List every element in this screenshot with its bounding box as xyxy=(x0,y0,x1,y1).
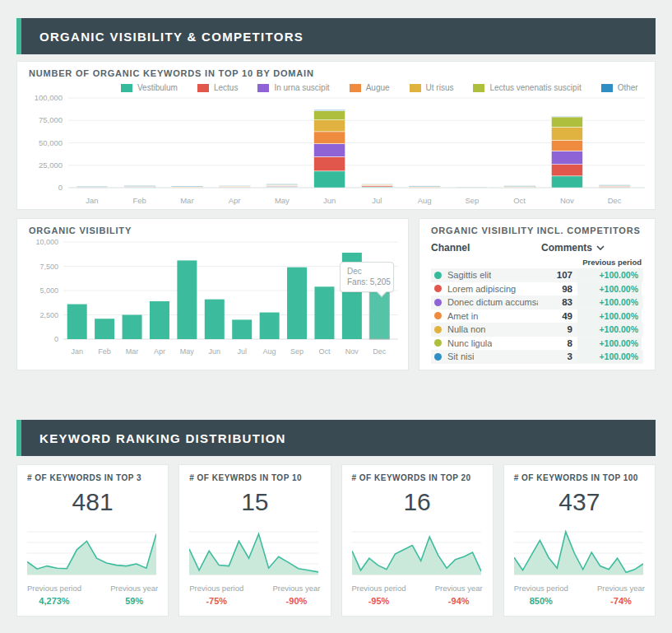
bar-segment-other-nov[interactable] xyxy=(551,116,582,117)
bar-segment-lectus-venenatis-suscipit-jun[interactable] xyxy=(314,110,345,119)
channel-color-dot xyxy=(434,285,442,292)
kpi-comparison-period: Previous period4,273% xyxy=(27,584,81,606)
comments-value: 107 xyxy=(538,270,572,280)
legend-item-in-urna-suscipit[interactable]: In urna suscipit xyxy=(257,83,329,92)
chart-tooltip: Dec Fans: 5,205 xyxy=(340,262,394,292)
kpi-sparkline xyxy=(189,524,318,578)
bar-segment-other-sep[interactable] xyxy=(456,187,488,188)
x-tick-label: Aug xyxy=(263,347,276,356)
channel-cell: Amet in xyxy=(434,311,538,321)
bar-segment-in-urna-suscipit-jun[interactable] xyxy=(314,144,345,157)
channel-cell: Nunc ligula xyxy=(434,338,538,348)
table-row-nulla-non: Nulla non9+100.00% xyxy=(431,323,643,337)
bar-segment-augue-nov[interactable] xyxy=(551,140,582,151)
x-tick-label: Jul xyxy=(237,347,247,356)
bar-feb[interactable] xyxy=(95,319,114,339)
channel-cell: Sagittis elit xyxy=(434,270,538,280)
previous-period-label: Previous period xyxy=(514,584,568,593)
table-row-sagittis-elit: Sagittis elit107+100.00% xyxy=(431,268,643,282)
table-row-amet-in: Amet in49+100.00% xyxy=(431,310,643,323)
kpi-value: 481 xyxy=(27,488,158,516)
bar-segment-ut-risus-nov[interactable] xyxy=(551,127,582,140)
visibility-bar-chart-svg: 02,5005,0007,50010,000JanFebMarAprMayJun… xyxy=(29,235,398,359)
x-tick-label: Sep xyxy=(290,347,304,356)
legend-label: Lectus venenatis suscipit xyxy=(489,83,581,92)
bar-segment-other-oct[interactable] xyxy=(504,186,535,187)
channel-name: Donec dictum accumsan xyxy=(447,297,538,307)
bar-jan[interactable] xyxy=(67,305,87,339)
bar-sep[interactable] xyxy=(287,268,307,339)
x-tick-label: Sep xyxy=(465,196,479,205)
comments-value: 49 xyxy=(538,311,572,321)
legend-swatch xyxy=(473,84,484,92)
kpi-comparison-year: Previous year-74% xyxy=(597,584,645,606)
section-header-keyword-ranking: KEYWORD RANKING DISTRIBUTION xyxy=(16,420,656,456)
kpi-sparkline xyxy=(352,524,481,578)
bar-segment-vestibulum-jun[interactable] xyxy=(314,171,345,188)
channel-cell: Lorem adipiscing xyxy=(434,284,538,294)
bar-segment-other-aug[interactable] xyxy=(409,186,440,187)
kpi-card-title: # OF KEYWRDS IN TOP 10 xyxy=(189,473,320,482)
comments-value: 83 xyxy=(538,297,572,307)
panel-keywords-by-domain: NUMBER OF ORGANIC KEYWORDS IN TOP 10 BY … xyxy=(16,61,656,210)
column-header-comments[interactable]: Comments xyxy=(541,242,643,254)
stacked-bar-chart-svg: 025,00050,00075,000100,000JanFebMarAprMa… xyxy=(29,94,645,209)
bar-segment-lectus-nov[interactable] xyxy=(551,165,582,176)
x-tick-label: Oct xyxy=(318,347,331,356)
panel-title-competitors: ORGANIC VISIBILITY INCL. COMPETITORS xyxy=(431,226,643,235)
previous-period-value: 850% xyxy=(514,596,568,606)
bar-segment-other-jul[interactable] xyxy=(361,184,392,184)
bar-segment-other-apr[interactable] xyxy=(219,185,250,186)
bar-segment-other-feb[interactable] xyxy=(124,186,155,187)
legend-item-other[interactable]: Other xyxy=(601,83,638,92)
tooltip-value: Fans: 5,205 xyxy=(347,277,387,286)
column-header-channel[interactable]: Channel xyxy=(431,242,541,254)
legend-label: Ut risus xyxy=(426,83,454,92)
previous-period-value: -75% xyxy=(189,596,243,606)
bar-jun[interactable] xyxy=(205,300,225,339)
kpi-card--of-keywords-in-top-20: # OF KEYWORDS IN TOP 2016Previous period… xyxy=(341,464,494,617)
legend-item-ut-risus[interactable]: Ut risus xyxy=(410,83,454,92)
bar-may[interactable] xyxy=(177,260,197,339)
bar-apr[interactable] xyxy=(150,301,169,339)
kpi-card--of-keywords-in-top-100: # OF KEYWORDS IN TOP 100437Previous peri… xyxy=(503,464,656,617)
bar-aug[interactable] xyxy=(260,313,280,339)
bar-segment-lectus-venenatis-suscipit-nov[interactable] xyxy=(551,117,582,128)
previous-period-change: +100.00% xyxy=(577,310,642,323)
x-tick-label: Nov xyxy=(345,347,359,356)
section-accent-bar xyxy=(16,420,21,456)
bar-mar[interactable] xyxy=(123,315,142,340)
legend-item-vestibulum[interactable]: Vestibulum xyxy=(121,83,178,92)
section-header-organic-visibility: ORGANIC VISIBILITY & COMPETITORS xyxy=(16,18,656,54)
kpi-card-footer: Previous period4,273%Previous year59% xyxy=(27,584,158,606)
previous-period-change: +100.00% xyxy=(577,323,642,336)
bar-oct[interactable] xyxy=(314,286,334,339)
legend-item-lectus-venenatis-suscipit[interactable]: Lectus venenatis suscipit xyxy=(473,83,581,92)
legend-label: Lectus xyxy=(214,83,238,92)
bar-jul[interactable] xyxy=(232,319,252,339)
legend-label: Augue xyxy=(366,83,390,92)
bar-segment-lectus-jun[interactable] xyxy=(314,156,345,170)
dashboard-page: ORGANIC VISIBILITY & COMPETITORS NUMBER … xyxy=(0,0,672,617)
bar-segment-augue-jun[interactable] xyxy=(314,132,345,144)
legend-item-augue[interactable]: Augue xyxy=(350,83,390,92)
bar-segment-other-may[interactable] xyxy=(266,184,298,185)
legend-item-lectus[interactable]: Lectus xyxy=(197,83,238,92)
bar-segment-vestibulum-nov[interactable] xyxy=(551,176,582,188)
bar-segment-other-jan[interactable] xyxy=(76,187,108,188)
channel-color-dot xyxy=(434,353,442,361)
bar-segment-other-jun[interactable] xyxy=(314,109,345,110)
panel-title-organic-visibility: ORGANIC VISIBILITY xyxy=(29,226,396,235)
bar-segment-in-urna-suscipit-nov[interactable] xyxy=(551,151,582,164)
previous-year-value: -74% xyxy=(597,596,645,606)
bar-segment-other-mar[interactable] xyxy=(171,186,202,187)
legend-swatch xyxy=(350,84,361,92)
bar-dec[interactable] xyxy=(369,289,389,339)
bar-segment-other-dec[interactable] xyxy=(599,185,630,186)
x-tick-label: Aug xyxy=(418,196,432,205)
channel-color-dot xyxy=(434,339,442,347)
kpi-card-footer: Previous period-95%Previous year-94% xyxy=(352,584,483,606)
x-tick-label: Mar xyxy=(126,347,139,356)
bar-segment-ut-risus-jun[interactable] xyxy=(314,120,345,132)
stacked-bar-chart: 025,00050,00075,000100,000JanFebMarAprMa… xyxy=(29,94,643,209)
